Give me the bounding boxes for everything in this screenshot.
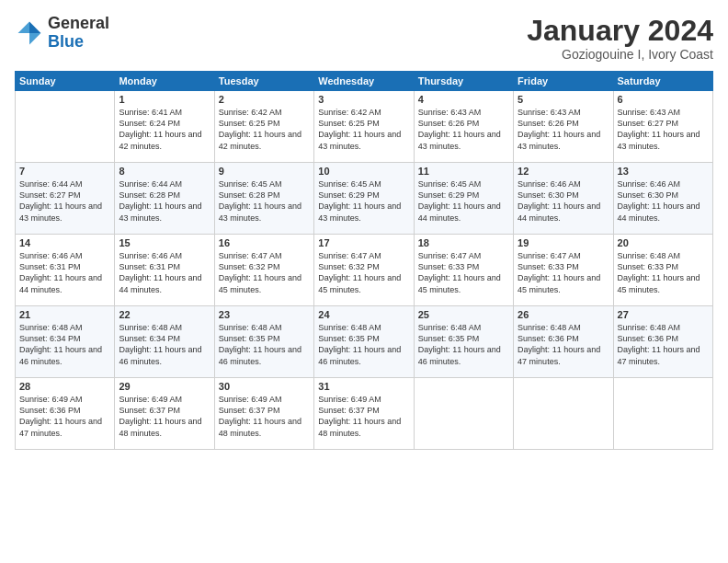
svg-marker-1: [29, 33, 40, 44]
calendar-cell: 8Sunrise: 6:44 AMSunset: 6:28 PMDaylight…: [115, 163, 214, 235]
day-number: 23: [219, 309, 310, 320]
calendar-cell: 27Sunrise: 6:48 AMSunset: 6:36 PMDayligh…: [613, 306, 712, 378]
header: General Blue January 2024 Goziogouine I,…: [15, 15, 713, 62]
cell-info: Sunrise: 6:47 AMSunset: 6:32 PMDaylight:…: [219, 250, 310, 295]
day-number: 13: [618, 166, 709, 177]
weekday-header-row: SundayMondayTuesdayWednesdayThursdayFrid…: [16, 72, 713, 91]
cell-info: Sunrise: 6:48 AMSunset: 6:35 PMDaylight:…: [418, 322, 509, 367]
day-number: 28: [19, 381, 110, 392]
cell-info: Sunrise: 6:44 AMSunset: 6:27 PMDaylight:…: [19, 178, 110, 224]
cell-info: Sunrise: 6:43 AMSunset: 6:27 PMDaylight:…: [618, 107, 709, 152]
day-number: 1: [119, 94, 210, 105]
day-number: 20: [618, 237, 709, 248]
calendar-cell: 13Sunrise: 6:46 AMSunset: 6:30 PMDayligh…: [613, 163, 712, 235]
day-number: 4: [418, 94, 509, 105]
day-number: 30: [219, 381, 310, 392]
calendar-cell: 12Sunrise: 6:46 AMSunset: 6:30 PMDayligh…: [514, 163, 613, 235]
cell-info: Sunrise: 6:48 AMSunset: 6:36 PMDaylight:…: [518, 322, 609, 367]
page: General Blue January 2024 Goziogouine I,…: [0, 0, 728, 563]
weekday-header-wednesday: Wednesday: [314, 72, 414, 91]
calendar-cell: 31Sunrise: 6:49 AMSunset: 6:37 PMDayligh…: [314, 378, 414, 450]
cell-info: Sunrise: 6:42 AMSunset: 6:25 PMDaylight:…: [318, 107, 409, 152]
calendar-cell: 2Sunrise: 6:42 AMSunset: 6:25 PMDaylight…: [214, 91, 313, 163]
cell-info: Sunrise: 6:49 AMSunset: 6:37 PMDaylight:…: [318, 394, 409, 439]
day-number: 6: [618, 94, 709, 105]
calendar-cell: 28Sunrise: 6:49 AMSunset: 6:36 PMDayligh…: [16, 378, 115, 450]
calendar-cell: [514, 378, 613, 450]
title-block: January 2024 Goziogouine I, Ivory Coast: [527, 15, 713, 62]
calendar-cell: 9Sunrise: 6:45 AMSunset: 6:28 PMDaylight…: [214, 163, 313, 235]
day-number: 12: [518, 166, 609, 177]
cell-info: Sunrise: 6:46 AMSunset: 6:30 PMDaylight:…: [518, 178, 609, 224]
day-number: 10: [318, 166, 409, 177]
cell-info: Sunrise: 6:48 AMSunset: 6:35 PMDaylight:…: [219, 322, 310, 367]
cell-info: Sunrise: 6:48 AMSunset: 6:33 PMDaylight:…: [618, 250, 709, 295]
cell-info: Sunrise: 6:47 AMSunset: 6:33 PMDaylight:…: [518, 250, 609, 295]
day-number: 11: [418, 166, 509, 177]
cell-info: Sunrise: 6:46 AMSunset: 6:31 PMDaylight:…: [19, 250, 110, 295]
day-number: 21: [19, 309, 110, 320]
calendar-cell: 21Sunrise: 6:48 AMSunset: 6:34 PMDayligh…: [16, 306, 115, 378]
calendar-title: January 2024: [527, 15, 713, 47]
calendar-cell: 25Sunrise: 6:48 AMSunset: 6:35 PMDayligh…: [414, 306, 513, 378]
calendar-cell: 15Sunrise: 6:46 AMSunset: 6:31 PMDayligh…: [115, 235, 214, 306]
day-number: 24: [318, 309, 409, 320]
calendar-cell: 18Sunrise: 6:47 AMSunset: 6:33 PMDayligh…: [414, 235, 513, 306]
calendar-cell: 30Sunrise: 6:49 AMSunset: 6:37 PMDayligh…: [214, 378, 313, 450]
cell-info: Sunrise: 6:43 AMSunset: 6:26 PMDaylight:…: [418, 107, 509, 152]
day-number: 8: [119, 166, 210, 177]
calendar-cell: [613, 378, 712, 450]
weekday-header-tuesday: Tuesday: [214, 72, 313, 91]
calendar-cell: 24Sunrise: 6:48 AMSunset: 6:35 PMDayligh…: [314, 306, 414, 378]
calendar-cell: 23Sunrise: 6:48 AMSunset: 6:35 PMDayligh…: [214, 306, 313, 378]
calendar-cell: 16Sunrise: 6:47 AMSunset: 6:32 PMDayligh…: [214, 235, 313, 306]
weekday-header-friday: Friday: [514, 72, 613, 91]
calendar-cell: 19Sunrise: 6:47 AMSunset: 6:33 PMDayligh…: [514, 235, 613, 306]
weekday-header-sunday: Sunday: [16, 72, 115, 91]
day-number: 31: [318, 381, 409, 392]
cell-info: Sunrise: 6:48 AMSunset: 6:35 PMDaylight:…: [318, 322, 409, 367]
cell-info: Sunrise: 6:49 AMSunset: 6:37 PMDaylight:…: [119, 394, 210, 439]
cell-info: Sunrise: 6:49 AMSunset: 6:37 PMDaylight:…: [219, 394, 310, 439]
day-number: 2: [219, 94, 310, 105]
cell-info: Sunrise: 6:41 AMSunset: 6:24 PMDaylight:…: [119, 107, 210, 152]
day-number: 16: [219, 237, 310, 248]
calendar-cell: 14Sunrise: 6:46 AMSunset: 6:31 PMDayligh…: [16, 235, 115, 306]
calendar-week-row: 1Sunrise: 6:41 AMSunset: 6:24 PMDaylight…: [16, 91, 713, 163]
calendar-cell: 17Sunrise: 6:47 AMSunset: 6:32 PMDayligh…: [314, 235, 414, 306]
logo-text: General Blue: [48, 15, 109, 52]
day-number: 15: [119, 237, 210, 248]
day-number: 25: [418, 309, 509, 320]
calendar-cell: 10Sunrise: 6:45 AMSunset: 6:29 PMDayligh…: [314, 163, 414, 235]
day-number: 7: [19, 166, 110, 177]
cell-info: Sunrise: 6:46 AMSunset: 6:31 PMDaylight:…: [119, 250, 210, 295]
calendar-cell: 6Sunrise: 6:43 AMSunset: 6:27 PMDaylight…: [613, 91, 712, 163]
cell-info: Sunrise: 6:42 AMSunset: 6:25 PMDaylight:…: [219, 107, 310, 152]
calendar-week-row: 14Sunrise: 6:46 AMSunset: 6:31 PMDayligh…: [16, 235, 713, 306]
svg-marker-0: [29, 21, 40, 32]
calendar-table: SundayMondayTuesdayWednesdayThursdayFrid…: [15, 71, 713, 450]
logo-blue-text: Blue: [48, 32, 84, 51]
cell-info: Sunrise: 6:45 AMSunset: 6:29 PMDaylight:…: [318, 178, 409, 224]
day-number: 19: [518, 237, 609, 248]
calendar-cell: 5Sunrise: 6:43 AMSunset: 6:26 PMDaylight…: [514, 91, 613, 163]
cell-info: Sunrise: 6:47 AMSunset: 6:33 PMDaylight:…: [418, 250, 509, 295]
cell-info: Sunrise: 6:48 AMSunset: 6:36 PMDaylight:…: [618, 322, 709, 367]
calendar-week-row: 28Sunrise: 6:49 AMSunset: 6:36 PMDayligh…: [16, 378, 713, 450]
day-number: 27: [618, 309, 709, 320]
calendar-cell: 1Sunrise: 6:41 AMSunset: 6:24 PMDaylight…: [115, 91, 214, 163]
calendar-cell: 26Sunrise: 6:48 AMSunset: 6:36 PMDayligh…: [514, 306, 613, 378]
cell-info: Sunrise: 6:44 AMSunset: 6:28 PMDaylight:…: [119, 178, 210, 224]
day-number: 26: [518, 309, 609, 320]
calendar-cell: 29Sunrise: 6:49 AMSunset: 6:37 PMDayligh…: [115, 378, 214, 450]
weekday-header-thursday: Thursday: [414, 72, 513, 91]
calendar-cell: [414, 378, 513, 450]
cell-info: Sunrise: 6:45 AMSunset: 6:28 PMDaylight:…: [219, 178, 310, 224]
calendar-cell: 7Sunrise: 6:44 AMSunset: 6:27 PMDaylight…: [16, 163, 115, 235]
day-number: 18: [418, 237, 509, 248]
calendar-cell: 20Sunrise: 6:48 AMSunset: 6:33 PMDayligh…: [613, 235, 712, 306]
day-number: 14: [19, 237, 110, 248]
logo-general-text: General: [48, 14, 109, 32]
svg-marker-2: [18, 21, 29, 32]
cell-info: Sunrise: 6:48 AMSunset: 6:34 PMDaylight:…: [119, 322, 210, 367]
